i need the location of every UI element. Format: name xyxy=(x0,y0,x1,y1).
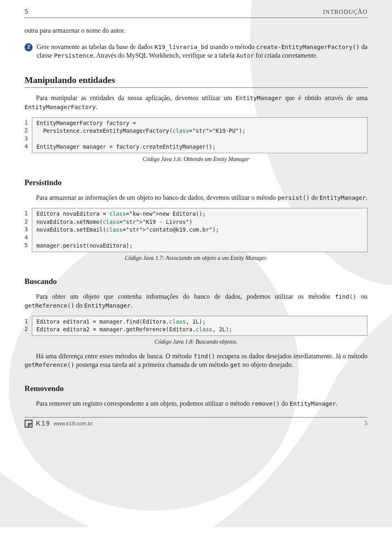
inline-code: EntityManagerFactory xyxy=(24,104,96,110)
page-number-bottom: 5 xyxy=(365,420,368,427)
text-continuation: outra para armazenar o nome do autor. xyxy=(24,26,368,35)
code-body: Editora novaEditora = class="kw-new">new… xyxy=(32,208,368,252)
code-body: EntityManagerFactory factory = Persisten… xyxy=(32,117,368,153)
inline-code: EntityManager xyxy=(290,400,336,407)
inline-code: create-EntityManagerFactory() xyxy=(256,44,360,50)
step-badge: 2 xyxy=(24,43,33,51)
inline-code: get xyxy=(230,362,241,368)
page-content: 5 INTRODUÇÃO outra para armazenar o nome… xyxy=(0,0,392,527)
chapter-title: INTRODUÇÃO xyxy=(323,8,368,16)
footer-url: www.k19.com.br xyxy=(53,420,92,427)
code-listing: 1 2 3 4 EntityManagerFactory factory = P… xyxy=(24,117,368,153)
inline-code: find() xyxy=(194,353,215,360)
inline-code: Autor xyxy=(236,52,254,59)
inline-code: find() xyxy=(335,293,356,300)
inline-code: K19_livraria_bd xyxy=(155,44,208,50)
paragraph: Para armazenar as informações de um obje… xyxy=(24,193,368,202)
code-caption: Código Java 1.7: Associando um objeto a … xyxy=(24,255,368,262)
inline-code: remove() xyxy=(251,400,280,407)
code-body: Editora editora1 = manager.find(Editora.… xyxy=(32,316,368,336)
inline-code: persist() xyxy=(278,194,310,201)
subsection-heading: Persistindo xyxy=(24,177,368,188)
subsection-heading: Removendo xyxy=(24,383,368,394)
footer: K19 www.k19.com.br 5 xyxy=(24,417,368,428)
numbered-step: 2 Gere novamente as tabelas da base de d… xyxy=(24,42,368,60)
page-number-top: 5 xyxy=(24,7,28,17)
code-caption: Código Java 1.8: Buscando objetos. xyxy=(24,338,368,346)
inline-code: EntityManager xyxy=(319,194,366,201)
step-text: Gere novamente as tabelas da base de dad… xyxy=(37,42,368,60)
k19-logo: K19 www.k19.com.br xyxy=(24,419,93,428)
inline-code: getReference() xyxy=(24,362,74,368)
paragraph: Para remover um registro correspondente … xyxy=(24,399,368,408)
line-numbers: 1 2 3 4 xyxy=(24,117,32,153)
code-caption: Código Java 1.6: Obtendo um Entity Manag… xyxy=(24,156,368,163)
logo-text: K19 xyxy=(36,419,50,428)
logo-mark-icon xyxy=(24,420,33,428)
line-numbers: 1 2 3 4 5 xyxy=(24,208,32,252)
code-listing: 1 2 3 4 5 Editora novaEditora = class="k… xyxy=(24,208,368,252)
inline-code: getReference() xyxy=(24,302,74,309)
paragraph: Há uma diferença entre esses métodos de … xyxy=(24,352,368,369)
paragraph: Para manipular as entidades da nossa apl… xyxy=(24,94,368,111)
code-listing: 1 2 Editora editora1 = manager.find(Edit… xyxy=(24,316,368,336)
subsection-heading: Buscando xyxy=(24,276,368,287)
inline-code: EntityManager xyxy=(236,95,282,101)
line-numbers: 1 2 xyxy=(24,316,32,336)
paragraph: Para obter um objeto que contenha inform… xyxy=(24,292,368,310)
section-heading: Manipulando entidades xyxy=(24,74,368,88)
inline-code: EntityManager xyxy=(84,302,131,309)
running-header: 5 INTRODUÇÃO xyxy=(24,7,368,18)
inline-code: Persistence xyxy=(54,52,93,59)
